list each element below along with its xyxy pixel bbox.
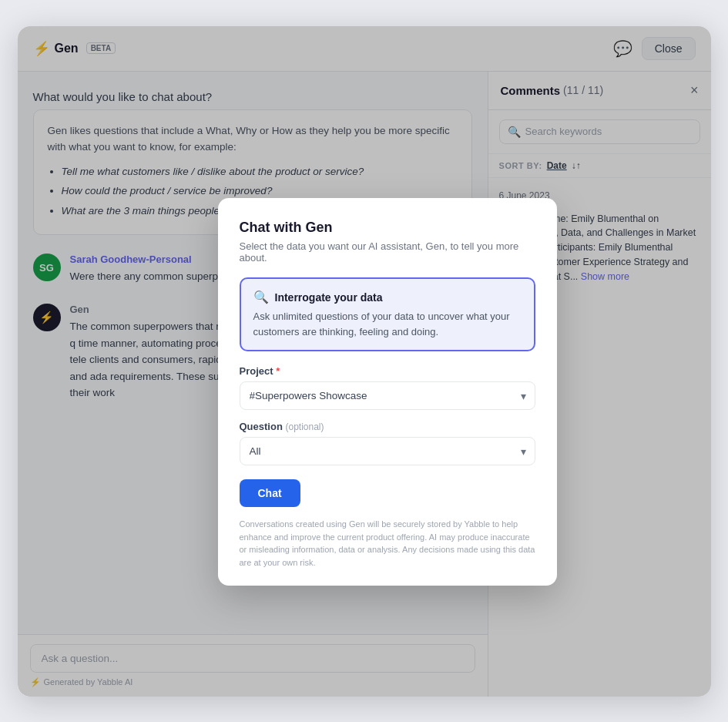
modal-overlay: Chat with Gen Select the data you want o… — [18, 26, 711, 697]
modal-chat-button[interactable]: Chat — [240, 479, 300, 507]
modal-disclaimer: Conversations created using Gen will be … — [240, 518, 535, 569]
interrogate-icon: 🔍 — [253, 290, 269, 304]
question-select[interactable]: All — [240, 437, 535, 465]
modal-subtitle: Select the data you want our AI assistan… — [240, 240, 535, 264]
modal-title: Chat with Gen — [240, 220, 535, 236]
project-select-wrap: #Superpowers Showcase ▾ — [240, 381, 535, 410]
option-card[interactable]: 🔍 Interrogate your data Ask unlimited qu… — [240, 277, 535, 351]
chat-with-gen-modal: Chat with Gen Select the data you want o… — [218, 198, 557, 586]
option-card-desc: Ask unlimited questions of your data to … — [253, 309, 522, 339]
option-card-title: 🔍 Interrogate your data — [253, 290, 522, 304]
project-label: Project * — [240, 365, 535, 377]
question-label: Question (optional) — [240, 421, 535, 432]
project-select[interactable]: #Superpowers Showcase — [240, 381, 535, 410]
main-window: ⚡ Gen BETA 💬 Close What would you like t… — [18, 26, 711, 697]
optional-tag: (optional) — [285, 421, 324, 432]
question-select-wrap: All ▾ — [240, 437, 535, 465]
required-star: * — [273, 365, 280, 377]
